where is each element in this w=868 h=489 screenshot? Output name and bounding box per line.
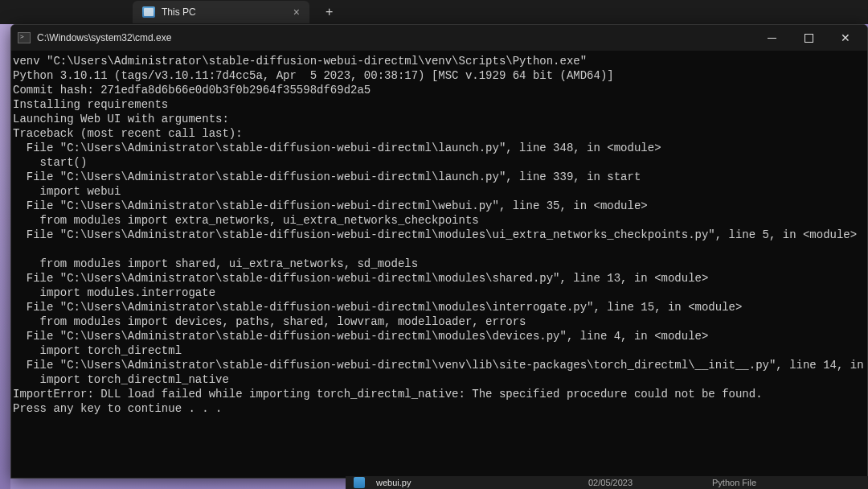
explorer-tab-this-pc[interactable]: This PC × [133, 1, 309, 23]
maximize-button[interactable] [790, 25, 827, 51]
close-button[interactable]: ✕ [827, 25, 864, 51]
this-pc-icon [142, 6, 155, 18]
explorer-tab-title: This PC [162, 6, 285, 18]
file-type: Python File [712, 478, 756, 487]
desktop-edge [0, 24, 10, 489]
explorer-file-row[interactable]: webui.py 02/05/2023 Python File [346, 476, 868, 489]
minimize-icon [768, 38, 776, 39]
new-tab-button[interactable]: + [326, 5, 333, 19]
file-date: 02/05/2023 [588, 478, 701, 487]
cmd-title: C:\Windows\system32\cmd.exe [37, 32, 753, 43]
window-controls: ✕ [753, 25, 864, 51]
cmd-window: C:\Windows\system32\cmd.exe ✕ venv "C:\U… [10, 24, 868, 479]
close-icon: ✕ [841, 31, 850, 44]
cmd-icon [18, 32, 31, 43]
cmd-output[interactable]: venv "C:\Users\Administrator\stable-diff… [11, 51, 867, 419]
maximize-icon [805, 34, 813, 43]
file-name: webui.py [376, 478, 577, 487]
explorer-tab-bar: This PC × + [0, 0, 868, 24]
minimize-button[interactable] [753, 25, 790, 51]
close-tab-icon[interactable]: × [293, 6, 300, 18]
python-file-icon [354, 477, 365, 488]
cmd-titlebar[interactable]: C:\Windows\system32\cmd.exe ✕ [11, 25, 867, 51]
